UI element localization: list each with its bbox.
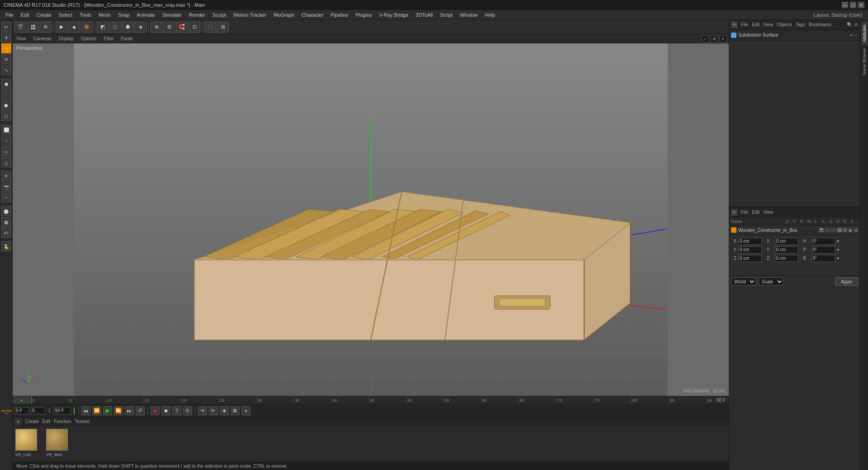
- coord-y-size-input[interactable]: [775, 246, 798, 254]
- om-menu-objects[interactable]: Objects: [777, 22, 792, 27]
- coord-y-pos-input[interactable]: [738, 246, 762, 254]
- cylinder-icon[interactable]: ▭: [1, 146, 11, 156]
- polygon-mode[interactable]: ⬡: [1, 111, 11, 121]
- render-settings-button[interactable]: ⚙: [40, 22, 52, 33]
- mat-menu-create[interactable]: Create: [25, 419, 39, 424]
- om-bottom-file[interactable]: File: [741, 210, 748, 215]
- vp-settings-icon[interactable]: ⚙: [711, 35, 718, 42]
- flag-dots-2[interactable]: ⋮: [843, 228, 847, 232]
- quantize-button[interactable]: ⊡: [189, 22, 200, 33]
- menu-render[interactable]: Render: [185, 11, 209, 19]
- motion-path-button[interactable]: ⊙: [183, 406, 192, 415]
- om-menu-tags[interactable]: Tags: [796, 22, 805, 27]
- display-lines[interactable]: ⬢: [122, 22, 134, 33]
- menu-character[interactable]: Character: [298, 11, 327, 19]
- menu-script[interactable]: Script: [436, 11, 456, 19]
- menu-plugins[interactable]: Plugins: [352, 11, 375, 19]
- menu-select[interactable]: Select: [55, 11, 76, 19]
- keyframe-button[interactable]: ◆: [161, 406, 170, 415]
- vp-menu-cameras[interactable]: Cameras: [32, 36, 54, 41]
- menu-tools[interactable]: Tools: [76, 11, 95, 19]
- tag-icon[interactable]: 🏷: [1, 228, 11, 238]
- flag-dots-1[interactable]: ⋯: [837, 228, 842, 232]
- start-frame-input[interactable]: [14, 407, 29, 414]
- coord-p-rot-input[interactable]: [811, 246, 835, 254]
- coord-system-dropdown[interactable]: World Local Object: [731, 277, 756, 286]
- om-bottom-edit[interactable]: Edit: [752, 210, 760, 215]
- vp-close-icon[interactable]: ✕: [720, 35, 727, 42]
- edge-mode[interactable]: ⬟: [1, 100, 11, 110]
- menu-sculpt[interactable]: Sculpt: [209, 11, 230, 19]
- flag-camera[interactable]: 📷: [819, 228, 824, 232]
- menu-vray-bridge[interactable]: V-Ray Bridge: [376, 11, 412, 19]
- menu-mesh[interactable]: Mesh: [95, 11, 114, 19]
- material-item-2[interactable]: VR_Woo: [46, 429, 68, 451]
- cone-icon[interactable]: △: [1, 157, 11, 167]
- timeline-button[interactable]: ≡: [241, 406, 250, 415]
- transform-dropdown[interactable]: Scale Move Rotate: [759, 277, 783, 286]
- render-region-button[interactable]: 🎬: [14, 22, 26, 33]
- prev-keyframe-button[interactable]: ⊲: [198, 406, 207, 415]
- coord-h-rot-input[interactable]: [811, 238, 835, 245]
- viewport-all[interactable]: ⊞: [217, 22, 229, 33]
- next-keyframe-button[interactable]: ⊳: [209, 406, 218, 415]
- coord-b-rot-input[interactable]: [811, 255, 835, 262]
- menu-help[interactable]: Help: [481, 11, 499, 19]
- mat-menu-edit[interactable]: Edit: [42, 419, 50, 424]
- ipr-button[interactable]: 🔆: [81, 22, 93, 33]
- menu-simulate[interactable]: Simulate: [159, 11, 185, 19]
- enable-grid-button[interactable]: ⊞: [163, 22, 175, 33]
- om-menu-file[interactable]: File: [741, 22, 748, 27]
- subdiv-enabled-icon[interactable]: ✓: [854, 33, 858, 38]
- render-view-button[interactable]: ▶: [56, 22, 67, 33]
- menu-snap[interactable]: Snap: [114, 11, 133, 19]
- maximize-button[interactable]: □: [850, 2, 856, 8]
- go-to-end-button[interactable]: ⏭: [125, 406, 134, 415]
- coord-z-dropdown[interactable]: ▾: [837, 256, 839, 261]
- coord-z-pos-input[interactable]: [738, 255, 762, 262]
- menu-create[interactable]: Create: [33, 11, 55, 19]
- apply-button[interactable]: Apply: [835, 277, 858, 286]
- om-bottom-view[interactable]: View: [763, 210, 773, 215]
- display-gouraud[interactable]: ◩: [97, 22, 108, 33]
- light-icon[interactable]: ☀: [1, 171, 11, 181]
- sidebar-tab-scene-browser[interactable]: Scene Browser: [861, 45, 868, 78]
- menu-3dtoall[interactable]: 3DToAll: [412, 11, 436, 19]
- menu-pipeline[interactable]: Pipeline: [327, 11, 352, 19]
- menu-window[interactable]: Window: [456, 11, 481, 19]
- flag-render[interactable]: [825, 228, 830, 232]
- model-mode[interactable]: ◼: [1, 79, 11, 89]
- snap-button[interactable]: 🧲: [176, 22, 188, 33]
- viewport[interactable]: Perspective Grid Spacing : 10 cm X Y Z: [13, 43, 729, 396]
- menu-file[interactable]: File: [2, 11, 17, 19]
- flag-arrow[interactable]: ▶: [848, 228, 853, 232]
- material-item-1[interactable]: VR_Cub: [15, 429, 37, 451]
- coord-z-size-input[interactable]: [775, 255, 798, 262]
- autokey-button[interactable]: ?: [172, 406, 181, 415]
- vp-menu-panel[interactable]: Panel: [119, 36, 135, 41]
- render-picture-button[interactable]: 🖼: [27, 22, 39, 33]
- play-button[interactable]: ▶: [103, 406, 112, 415]
- coord-x-pos-input[interactable]: [738, 238, 762, 245]
- cube-icon[interactable]: ⬜: [1, 125, 11, 135]
- om-menu-edit[interactable]: Edit: [752, 22, 760, 27]
- flag-gear[interactable]: ⚙: [854, 228, 858, 232]
- stop-render-button[interactable]: ■: [68, 22, 80, 33]
- om-menu-view[interactable]: View: [763, 22, 773, 27]
- om-menu-bookmarks[interactable]: Bookmarks: [809, 22, 831, 27]
- scale-tool[interactable]: ⤡: [1, 65, 11, 75]
- rotate-tool[interactable]: ⟳: [1, 54, 11, 64]
- point-mode[interactable]: ·: [1, 89, 11, 99]
- material-icon[interactable]: ⬤: [1, 206, 11, 216]
- play-reverse-button[interactable]: ⏪: [92, 406, 101, 415]
- end-frame-input[interactable]: [54, 407, 71, 414]
- coord-y-dropdown[interactable]: ▾: [837, 247, 839, 252]
- minimize-button[interactable]: —: [842, 2, 848, 8]
- menu-mograph[interactable]: MoGraph: [270, 11, 298, 19]
- set-keyframe-button[interactable]: ◈: [220, 406, 229, 415]
- vp-maximize-icon[interactable]: ⤢: [702, 35, 709, 42]
- move-tool[interactable]: ✛: [1, 33, 11, 42]
- vp-menu-filter[interactable]: Filter: [102, 36, 115, 41]
- menu-edit[interactable]: Edit: [17, 11, 33, 19]
- timeline-ruler[interactable]: 0 5 10 15 20 25 30 35 40 45 50 55 60 65: [31, 396, 713, 404]
